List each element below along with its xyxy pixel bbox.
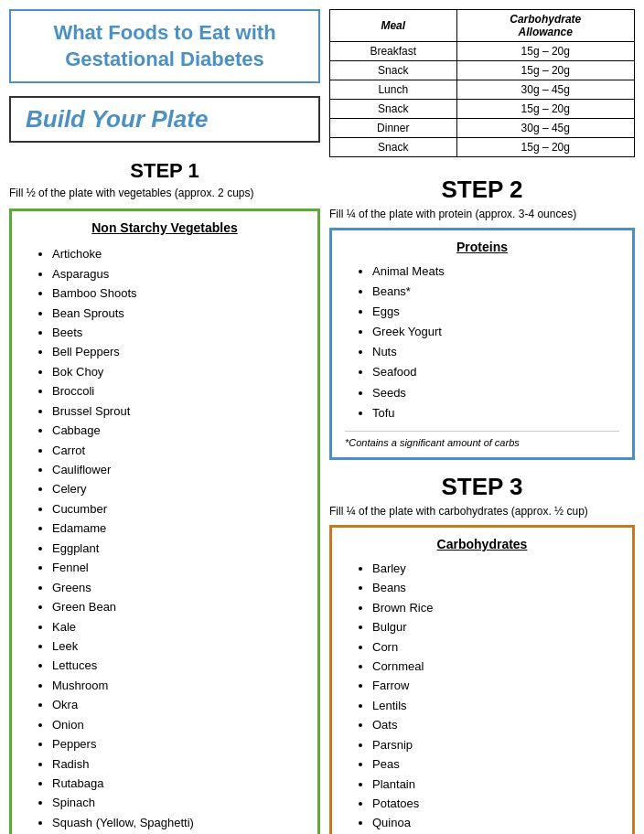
- list-item: Lettuces: [52, 656, 305, 675]
- list-item: Cornmeal: [372, 657, 619, 676]
- list-item: Squash (Yellow, Spaghetti): [52, 813, 305, 832]
- list-item: Cauliflower: [52, 460, 305, 479]
- protein-box: Proteins Animal MeatsBeans*EggsGreek Yog…: [329, 228, 635, 460]
- step2-subtext: Fill ¼ of the plate with protein (approx…: [329, 208, 635, 220]
- table-cell: 15g – 20g: [456, 138, 634, 157]
- list-item: Spinach: [52, 793, 305, 812]
- carb-allowance-table: Meal CarbohydrateAllowance Breakfast15g …: [329, 9, 635, 157]
- table-header-carb: CarbohydrateAllowance: [456, 10, 634, 42]
- step2-heading: STEP 2: [329, 176, 635, 204]
- vegetable-box: Non Starchy Vegetables ArtichokeAsparagu…: [9, 208, 320, 834]
- list-item: Bamboo Shoots: [52, 283, 305, 303]
- step3-heading: STEP 3: [329, 473, 635, 501]
- carbohydrate-box: Carbohydrates BarleyBeansBrown RiceBulgu…: [329, 525, 635, 834]
- list-item: Barley: [372, 559, 619, 578]
- table-cell: Snack: [330, 100, 457, 119]
- list-item: Rutabaga: [52, 774, 305, 793]
- table-cell: Breakfast: [330, 42, 457, 61]
- table-cell: 30g – 45g: [456, 119, 634, 138]
- protein-box-title: Proteins: [345, 240, 619, 254]
- carbohydrate-list: BarleyBeansBrown RiceBulgurCornCornmealF…: [345, 559, 619, 834]
- table-row: Lunch30g – 45g: [330, 80, 635, 100]
- list-item: Eggplant: [52, 539, 305, 558]
- carb-box-title-text: Carbohydrates: [437, 537, 528, 551]
- veg-box-title-text: Non Starchy Vegetables: [91, 220, 238, 235]
- list-item: Parsnip: [372, 735, 619, 754]
- main-title: What Foods to Eat with Gestational Diabe…: [26, 20, 304, 72]
- list-item: Green Bean: [52, 597, 305, 616]
- table-row: Snack15g – 20g: [330, 100, 635, 119]
- vegetable-list: ArtichokeAsparagusBamboo ShootsBean Spro…: [25, 244, 305, 834]
- step1-subtext: Fill ½ of the plate with vegetables (app…: [9, 187, 320, 199]
- carb-table-wrapper: Meal CarbohydrateAllowance Breakfast15g …: [329, 9, 635, 157]
- list-item: Nuts: [372, 342, 619, 362]
- list-item: Radish: [52, 754, 305, 774]
- right-column: Meal CarbohydrateAllowance Breakfast15g …: [329, 9, 635, 834]
- protein-list: Animal MeatsBeans*EggsGreek YogurtNutsSe…: [345, 262, 619, 423]
- list-item: Eggs: [372, 302, 619, 322]
- list-item: Edamame: [52, 519, 305, 538]
- table-row: Dinner30g – 45g: [330, 119, 635, 138]
- carb-box-title: Carbohydrates: [345, 537, 619, 551]
- table-cell: 30g – 45g: [456, 80, 634, 100]
- list-item: Bean Sprouts: [52, 304, 305, 323]
- list-item: Cabbage: [52, 421, 305, 440]
- table-row: Snack15g – 20g: [330, 138, 635, 157]
- list-item: Carrot: [52, 441, 305, 460]
- veg-box-title: Non Starchy Vegetables: [25, 220, 305, 235]
- carb-table-body: Breakfast15g – 20gSnack15g – 20gLunch30g…: [330, 42, 635, 157]
- list-item: Greens: [52, 578, 305, 597]
- title-box: What Foods to Eat with Gestational Diabe…: [9, 9, 320, 83]
- list-item: Farrow: [372, 676, 619, 695]
- table-cell: Dinner: [330, 119, 457, 138]
- table-cell: 15g – 20g: [456, 61, 634, 80]
- table-cell: 15g – 20g: [456, 42, 634, 61]
- list-item: Broccoli: [52, 381, 305, 401]
- list-item: Beans*: [372, 282, 619, 302]
- list-item: Oats: [372, 715, 619, 734]
- list-item: Cucumber: [52, 499, 305, 519]
- list-item: Greek Yogurt: [372, 322, 619, 342]
- list-item: Potatoes: [372, 794, 619, 813]
- list-item: Seafood: [372, 362, 619, 382]
- title-line1: What Foods to Eat with: [53, 21, 275, 44]
- list-item: Onion: [52, 715, 305, 734]
- table-header-meal: Meal: [330, 10, 457, 42]
- list-item: Plantain: [372, 775, 619, 794]
- list-item: Peas: [372, 754, 619, 774]
- list-item: Fennel: [52, 558, 305, 577]
- list-item: Peppers: [52, 734, 305, 754]
- protein-box-title-text: Proteins: [456, 240, 508, 254]
- list-item: Bell Peppers: [52, 342, 305, 361]
- list-item: Brown Rice: [372, 598, 619, 617]
- step3-subtext: Fill ¼ of the plate with carbohydrates (…: [329, 505, 635, 518]
- build-plate-box: Build Your Plate: [9, 96, 320, 143]
- protein-note: *Contains a significant amount of carbs: [345, 431, 619, 448]
- table-row: Snack15g – 20g: [330, 61, 635, 80]
- table-row: Breakfast15g – 20g: [330, 42, 635, 61]
- list-item: Seeds: [372, 383, 619, 403]
- list-item: Lentils: [372, 696, 619, 715]
- list-item: Beets: [52, 323, 305, 342]
- list-item: Mushroom: [52, 676, 305, 695]
- list-item: Corn: [372, 637, 619, 657]
- list-item: Celery: [52, 479, 305, 498]
- table-cell: Snack: [330, 138, 457, 157]
- title-line2: Gestational Diabetes: [65, 48, 264, 70]
- list-item: Okra: [52, 695, 305, 714]
- list-item: Animal Meats: [372, 262, 619, 282]
- table-cell: Lunch: [330, 80, 457, 100]
- list-item: Quinoa: [372, 813, 619, 832]
- list-item: Bulgur: [372, 617, 619, 636]
- list-item: Artichoke: [52, 244, 305, 263]
- list-item: Brussel Sprout: [52, 401, 305, 421]
- list-item: Asparagus: [52, 264, 305, 283]
- left-column: What Foods to Eat with Gestational Diabe…: [9, 9, 320, 834]
- step1-heading: STEP 1: [9, 159, 320, 183]
- list-item: Kale: [52, 617, 305, 636]
- table-cell: 15g – 20g: [456, 100, 634, 119]
- list-item: Leek: [52, 636, 305, 656]
- table-cell: Snack: [330, 61, 457, 80]
- list-item: Beans: [372, 578, 619, 597]
- page: What Foods to Eat with Gestational Diabe…: [0, 0, 644, 834]
